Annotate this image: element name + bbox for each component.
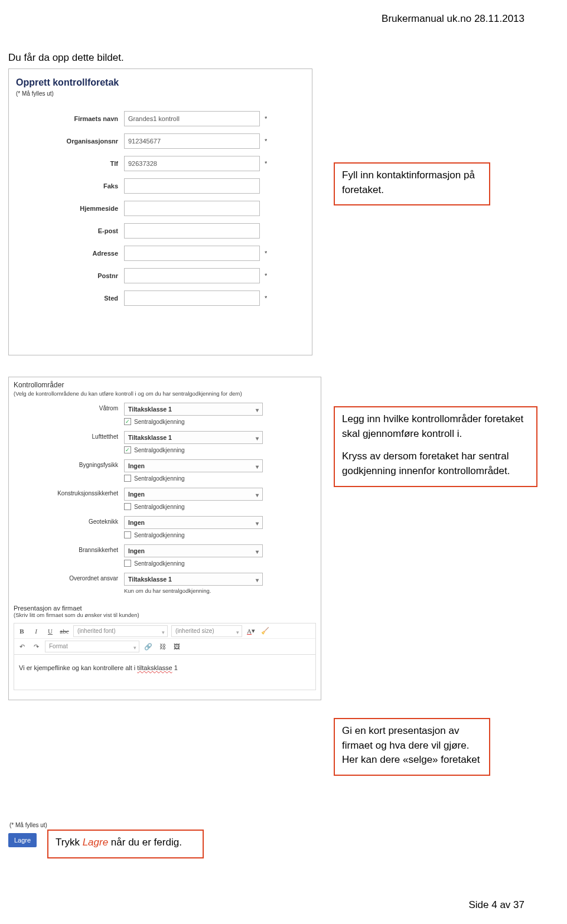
organisasjonsnr-input[interactable]	[124, 133, 260, 149]
callout-save-em: Lagre	[83, 837, 108, 848]
font-select[interactable]: (inherited font)	[73, 625, 168, 637]
tlf-input[interactable]	[124, 156, 260, 171]
area-note: Kun om du har sentralgodkjenning.	[124, 586, 263, 594]
sentralgodkjenning-checkbox[interactable]	[124, 560, 131, 567]
area-row-overordnet-ansvar: Overordnet ansvar Tiltaksklasse 1 Kun om…	[9, 567, 321, 594]
area-select-brannsikkerhet[interactable]: Ingen	[124, 544, 263, 557]
callout-save-pre: Trykk	[56, 837, 83, 848]
callout-save: Trykk Lagre når du er ferdig.	[47, 830, 204, 858]
presentation-title: Presentasjon av firmaet	[9, 594, 321, 612]
hjemmeside-input[interactable]	[124, 201, 260, 216]
required-star: *	[260, 295, 267, 302]
redo-icon[interactable]: ↷	[31, 641, 41, 652]
checkbox-label: Sentralgodkjenning	[134, 560, 185, 567]
callout-save-post: når du er ferdig.	[108, 837, 182, 848]
field-label: Postnr	[9, 272, 124, 279]
required-star: *	[260, 272, 267, 279]
checkbox-label: Sentralgodkjenning	[134, 447, 185, 453]
field-label: E-post	[9, 227, 124, 234]
panel-title: Opprett kontrollforetak	[9, 69, 312, 90]
italic-icon[interactable]: I	[31, 626, 41, 636]
field-row-epost: E-post	[9, 220, 312, 242]
editor-text-typo: tiltaksklasse	[137, 664, 172, 671]
field-row-faks: Faks	[9, 175, 312, 197]
undo-icon[interactable]: ↶	[17, 641, 27, 652]
field-row-postnr: Postnr *	[9, 265, 312, 287]
sentralgodkjenning-checkbox[interactable]	[124, 503, 131, 510]
callout-para-1: Legg inn hvilke kontrollområder foretake…	[342, 412, 529, 441]
field-label: Organisasjonsnr	[9, 138, 124, 145]
size-select[interactable]: (inherited size)	[171, 625, 242, 637]
area-label: Lufttetthet	[9, 431, 124, 440]
field-label: Sted	[9, 295, 124, 302]
link-icon[interactable]: 🔗	[143, 641, 154, 652]
save-button[interactable]: Lagre	[8, 833, 37, 847]
field-row-organisasjonsnr: Organisasjonsnr *	[9, 130, 312, 152]
sentralgodkjenning-checkbox[interactable]	[124, 475, 131, 482]
area-select-bygningsfysikk[interactable]: Ingen	[124, 459, 263, 472]
callout-control-areas: Legg inn hvilke kontrollområder foretake…	[334, 406, 537, 487]
epost-input[interactable]	[124, 223, 260, 239]
control-areas-panel: Kontrollområder (Velg de kontrollområden…	[8, 377, 321, 700]
rich-text-toolbar: B I U abc (inherited font) (inherited si…	[14, 623, 316, 655]
adresse-input[interactable]	[124, 246, 260, 261]
required-star: *	[260, 138, 267, 145]
area-select-konstruksjonssikkerhet[interactable]: Ingen	[124, 488, 263, 501]
faks-input[interactable]	[124, 178, 260, 194]
field-row-firmaets-navn: Firmaets navn *	[9, 107, 312, 130]
area-row-lufttetthet: Lufttetthet Tiltaksklasse 1 Sentralgodkj…	[9, 425, 321, 453]
section-sub: (Velg de kontrollområdene du kan utføre …	[9, 390, 321, 397]
area-row-brannsikkerhet: Brannsikkerhet Ingen Sentralgodkjenning	[9, 538, 321, 567]
clear-format-icon[interactable]: 🧹	[260, 626, 271, 636]
format-select[interactable]: Format	[45, 641, 139, 652]
sentralgodkjenning-checkbox[interactable]	[124, 531, 131, 538]
field-row-hjemmeside: Hjemmeside	[9, 197, 312, 220]
postnr-input[interactable]	[124, 268, 260, 283]
checkbox-label: Sentralgodkjenning	[134, 532, 185, 538]
required-legend: (* Må fylles ut)	[9, 90, 312, 97]
intro-text: Du får da opp dette bildet.	[8, 52, 124, 64]
save-area: (* Må fylles ut) Lagre	[8, 822, 47, 847]
firmaets-navn-input[interactable]	[124, 111, 260, 126]
area-label: Overordnet ansvar	[9, 573, 124, 582]
checkbox-label: Sentralgodkjenning	[134, 504, 185, 510]
area-row-vatrom: Våtrom Tiltaksklasse 1 Sentralgodkjennin…	[9, 397, 321, 425]
bold-icon[interactable]: B	[17, 626, 27, 636]
field-row-tlf: Tlf *	[9, 152, 312, 175]
callout-presentation: Gi en kort presentasjon av firmaet og hv…	[334, 718, 490, 776]
document-header: Brukermanual uk.no 28.11.2013	[382, 13, 524, 25]
text-color-icon[interactable]: A▾	[246, 626, 256, 636]
image-icon[interactable]: 🖼	[171, 641, 182, 652]
area-select-vatrom[interactable]: Tiltaksklasse 1	[124, 403, 263, 416]
sentralgodkjenning-checkbox[interactable]	[124, 446, 131, 453]
editor-text-pre: Vi er kjempeflinke og kan kontrollere al…	[19, 664, 137, 671]
area-row-bygningsfysikk: Bygningsfysikk Ingen Sentralgodkjenning	[9, 453, 321, 482]
required-star: *	[260, 160, 267, 167]
area-label: Konstruksjonssikkerhet	[9, 488, 124, 497]
rich-text-editor[interactable]: Vi er kjempeflinke og kan kontrollere al…	[14, 655, 316, 690]
underline-icon[interactable]: U	[45, 626, 56, 636]
field-label: Firmaets navn	[9, 115, 124, 122]
field-row-sted: Sted *	[9, 287, 312, 309]
field-row-adresse: Adresse *	[9, 242, 312, 265]
area-select-lufttetthet[interactable]: Tiltaksklasse 1	[124, 431, 263, 444]
area-select-geoteknikk[interactable]: Ingen	[124, 516, 263, 529]
required-star: *	[260, 115, 267, 122]
sted-input[interactable]	[124, 290, 260, 306]
callout-para-2: Kryss av dersom foretaket har sentral go…	[342, 449, 529, 478]
checkbox-label: Sentralgodkjenning	[134, 475, 185, 482]
area-row-geoteknikk: Geoteknikk Ingen Sentralgodkjenning	[9, 510, 321, 538]
area-label: Våtrom	[9, 403, 124, 412]
section-title: Kontrollområder	[9, 377, 321, 390]
page-footer: Side 4 av 37	[468, 899, 524, 911]
area-select-overordnet-ansvar[interactable]: Tiltaksklasse 1	[124, 573, 263, 586]
strike-icon[interactable]: abc	[59, 626, 70, 636]
field-label: Faks	[9, 182, 124, 190]
unlink-icon[interactable]: ⛓	[157, 641, 168, 652]
sentralgodkjenning-checkbox[interactable]	[124, 418, 131, 425]
field-label: Adresse	[9, 250, 124, 257]
create-company-panel: Opprett kontrollforetak (* Må fylles ut)…	[8, 68, 312, 355]
checkbox-label: Sentralgodkjenning	[134, 419, 185, 425]
field-label: Tlf	[9, 160, 124, 167]
field-label: Hjemmeside	[9, 205, 124, 212]
